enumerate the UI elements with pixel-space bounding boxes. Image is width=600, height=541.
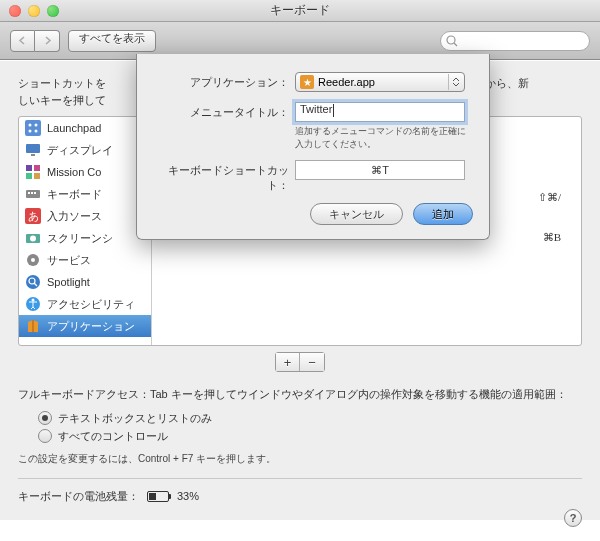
services-icon xyxy=(25,252,41,268)
keyboard-icon xyxy=(25,186,41,202)
add-confirm-button[interactable]: 追加 xyxy=(413,203,473,225)
application-label: アプリケーション： xyxy=(153,72,295,90)
input-source-icon: あ xyxy=(25,208,41,224)
back-button[interactable] xyxy=(10,30,35,52)
svg-point-6 xyxy=(35,130,38,133)
shortcut-value: ⌘T xyxy=(371,164,389,177)
svg-rect-8 xyxy=(31,154,35,156)
svg-point-4 xyxy=(35,124,38,127)
sidebar-item-label: アプリケーション xyxy=(47,319,135,334)
radio-icon xyxy=(38,429,52,443)
radio-allcontrols[interactable]: すべてのコントロール xyxy=(38,429,582,444)
show-all-button[interactable]: すべてを表示 xyxy=(68,30,156,52)
full-keyboard-text: フルキーボードアクセス：Tab キーを押してウインドウやダイアログ内の操作対象を… xyxy=(18,386,582,403)
radio-icon xyxy=(38,411,52,425)
svg-text:あ: あ xyxy=(28,210,39,222)
help-button[interactable]: ? xyxy=(564,509,582,527)
menu-title-value: Twitter xyxy=(300,103,332,115)
sidebar-item-launchpad[interactable]: Launchpad xyxy=(19,117,151,139)
shortcut-field[interactable]: ⌘T xyxy=(295,160,465,180)
change-hint: この設定を変更するには、Control + F7 キーを押します。 xyxy=(18,452,582,466)
sidebar-item-label: Mission Co xyxy=(47,166,101,178)
sidebar-item-label: Spotlight xyxy=(47,276,90,288)
svg-rect-16 xyxy=(34,192,36,194)
reeder-app-icon: ★ xyxy=(300,75,314,89)
search-icon xyxy=(445,34,459,48)
svg-rect-7 xyxy=(26,144,40,153)
menu-title-label: メニュータイトル： xyxy=(153,102,295,120)
screenshot-icon xyxy=(25,230,41,246)
sidebar-item-display[interactable]: ディスプレイ xyxy=(19,139,151,161)
radio-textboxes[interactable]: テキストボックスとリストのみ xyxy=(38,411,582,426)
battery-label: キーボードの電池残量： xyxy=(18,489,139,504)
svg-rect-14 xyxy=(28,192,30,194)
sidebar-item-input[interactable]: あ入力ソース xyxy=(19,205,151,227)
menu-title-input[interactable]: Twitter xyxy=(295,102,465,122)
application-value: Reeder.app xyxy=(318,76,375,88)
svg-rect-10 xyxy=(34,165,40,171)
divider xyxy=(18,478,582,479)
spotlight-icon xyxy=(25,274,41,290)
cancel-button[interactable]: キャンセル xyxy=(310,203,403,225)
sidebar-item-label: ディスプレイ xyxy=(47,143,113,158)
sidebar-item-services[interactable]: サービス xyxy=(19,249,151,271)
shortcut-display: ⇧⌘/ xyxy=(538,191,561,204)
svg-rect-9 xyxy=(26,165,32,171)
forward-button[interactable] xyxy=(35,30,60,52)
sidebar-item-accessibility[interactable]: アクセシビリティ xyxy=(19,293,151,315)
search-input[interactable] xyxy=(440,31,590,51)
svg-point-20 xyxy=(30,236,36,242)
sidebar-item-label: スクリーンシ xyxy=(47,231,113,246)
display-icon xyxy=(25,142,41,158)
svg-point-0 xyxy=(447,36,455,44)
popup-arrows-icon xyxy=(448,74,462,90)
shortcut-display: ⌘B xyxy=(543,231,561,244)
shortcut-label: キーボードショートカット： xyxy=(153,160,295,193)
accessibility-icon xyxy=(25,296,41,312)
svg-point-3 xyxy=(29,124,32,127)
add-button[interactable]: + xyxy=(276,353,300,371)
application-icon xyxy=(25,318,41,334)
svg-rect-2 xyxy=(25,120,41,136)
remove-button[interactable]: − xyxy=(300,353,324,371)
sidebar-item-label: サービス xyxy=(47,253,91,268)
category-sidebar: Launchpad ディスプレイ Mission Co キーボード あ入力ソース… xyxy=(19,117,152,345)
svg-line-1 xyxy=(454,43,457,46)
svg-point-23 xyxy=(26,275,40,289)
launchpad-icon xyxy=(25,120,41,136)
radio-label: すべてのコントロール xyxy=(58,429,168,444)
add-shortcut-sheet: アプリケーション： ★ Reeder.app メニュータイトル： Twitter… xyxy=(136,54,490,240)
svg-rect-15 xyxy=(31,192,33,194)
sidebar-item-label: 入力ソース xyxy=(47,209,102,224)
sidebar-item-applications[interactable]: アプリケーション xyxy=(19,315,151,337)
sidebar-item-mission[interactable]: Mission Co xyxy=(19,161,151,183)
svg-point-5 xyxy=(29,130,32,133)
radio-label: テキストボックスとリストのみ xyxy=(58,411,212,426)
battery-value: 33% xyxy=(177,490,199,502)
menu-title-hint: 追加するメニューコマンドの名前を正確に入力してください。 xyxy=(295,125,473,150)
sidebar-item-label: キーボード xyxy=(47,187,102,202)
application-popup[interactable]: ★ Reeder.app xyxy=(295,72,465,92)
battery-icon xyxy=(147,491,169,502)
svg-rect-12 xyxy=(34,173,40,179)
sidebar-item-keyboard[interactable]: キーボード xyxy=(19,183,151,205)
titlebar: キーボード xyxy=(0,0,600,22)
battery-status: キーボードの電池残量： 33% xyxy=(18,489,582,510)
window-title: キーボード xyxy=(0,2,600,19)
mission-control-icon xyxy=(25,164,41,180)
sidebar-item-spotlight[interactable]: Spotlight xyxy=(19,271,151,293)
sidebar-item-screenshot[interactable]: スクリーンシ xyxy=(19,227,151,249)
svg-point-27 xyxy=(32,299,35,302)
sidebar-item-label: アクセシビリティ xyxy=(47,297,135,312)
sidebar-item-label: Launchpad xyxy=(47,122,101,134)
svg-point-22 xyxy=(31,258,35,262)
svg-rect-11 xyxy=(26,173,32,179)
